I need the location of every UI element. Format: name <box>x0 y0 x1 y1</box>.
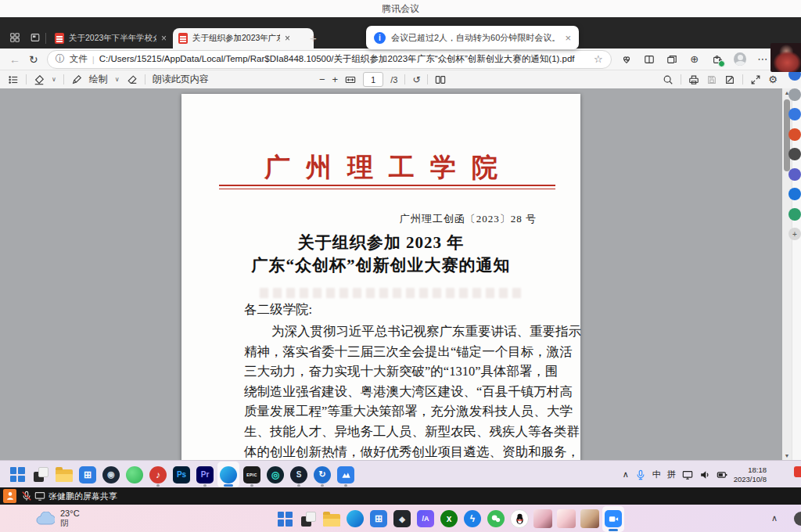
page-number-input[interactable] <box>363 72 383 87</box>
flag-app-icon[interactable] <box>788 208 801 221</box>
cloud-app-icon[interactable] <box>788 108 801 120</box>
edge-icon[interactable] <box>217 462 239 487</box>
chevron-down-icon[interactable]: ∨ <box>115 76 120 83</box>
tab-close-icon[interactable]: × <box>285 33 290 44</box>
edge-icon[interactable] <box>344 506 366 532</box>
add-icon[interactable]: + <box>788 228 801 240</box>
ms-store-icon[interactable]: ⊞ <box>77 462 99 487</box>
contacts-icon[interactable] <box>788 148 801 160</box>
ms-store-icon[interactable]: ⊞ <box>368 506 390 532</box>
start-button[interactable] <box>274 506 296 532</box>
file-explorer-icon[interactable] <box>53 462 75 487</box>
file-explorer-icon[interactable] <box>321 506 343 532</box>
notification-text: 会议已超过2人，自动转为60分钟限时会议。 <box>391 32 559 44</box>
table-of-contents-icon[interactable] <box>8 74 19 85</box>
settings-gear-icon[interactable] <box>788 168 801 181</box>
hidden-icons-chevron[interactable]: ∧ <box>771 505 778 532</box>
url-field[interactable]: ⓘ 文件 | C:/Users/15215/AppData/Local/Temp… <box>47 50 612 69</box>
draw-pen-icon[interactable] <box>71 74 82 85</box>
chevron-down-icon[interactable]: ∨ <box>52 76 56 83</box>
more-menu-icon[interactable]: ⋯ <box>756 53 769 66</box>
letterhead-rule <box>219 185 555 189</box>
game-thumbnail-2[interactable] <box>555 506 577 532</box>
steam-icon[interactable]: ◉ <box>100 462 122 487</box>
page-info-icon[interactable]: ⓘ <box>56 52 65 66</box>
cast-monitor-icon[interactable] <box>682 469 693 480</box>
game-thumbnail-3[interactable] <box>579 506 601 532</box>
save-as-icon[interactable] <box>724 74 735 85</box>
sync-app-icon[interactable]: ↻ <box>311 462 333 487</box>
wegame-icon[interactable] <box>124 462 145 487</box>
thunder-app-icon[interactable]: ϟ <box>462 506 483 532</box>
meeting-window-title: 腾讯会议 <box>382 2 419 16</box>
draw-label[interactable]: 绘制 <box>89 73 108 86</box>
add-circle-icon[interactable]: ⊕ <box>688 53 701 66</box>
notification-close-icon[interactable]: × <box>565 32 571 44</box>
microphone-icon[interactable] <box>635 469 646 480</box>
print-icon[interactable] <box>688 74 699 85</box>
document-body-line: 三大动力，奋力实现十大新突破”的“1310”具体部署，围 <box>244 361 543 382</box>
meeting-notification-toast[interactable]: i 会议已超过2人，自动转为60分钟限时会议。 × <box>366 26 579 49</box>
highlighter-icon[interactable] <box>34 74 45 85</box>
steam-alt-icon[interactable]: S <box>288 462 310 487</box>
clock[interactable]: 18:18 2023/10/8 <box>734 466 767 484</box>
tab-actions-icon[interactable] <box>30 32 41 43</box>
favorite-star-icon[interactable]: ☆ <box>594 53 603 65</box>
split-screen-icon[interactable] <box>643 53 656 66</box>
refresh-button[interactable]: ↻ <box>29 53 38 66</box>
cloud-drive-icon[interactable] <box>335 462 357 487</box>
back-button[interactable]: ← <box>9 53 20 66</box>
start-button[interactable] <box>6 462 28 487</box>
camera-app-icon[interactable] <box>788 188 801 200</box>
ime-pinyin-indicator[interactable]: 拼 <box>667 469 676 480</box>
collections-icon[interactable] <box>666 53 678 66</box>
xbox-icon[interactable]: x <box>438 506 460 532</box>
meeting-video-thumbnail[interactable] <box>770 43 801 72</box>
tab-close-icon[interactable]: × <box>161 33 167 44</box>
scroll-down-arrow[interactable]: ▼ <box>782 453 792 458</box>
ime-language-indicator[interactable]: 中 <box>652 469 661 480</box>
tencent-meeting-icon[interactable] <box>602 506 624 532</box>
save-icon[interactable] <box>706 74 717 85</box>
divider <box>681 74 681 84</box>
hidden-icons-chevron[interactable]: ∧ <box>623 469 629 480</box>
task-view-button[interactable] <box>297 506 319 532</box>
workspaces-icon[interactable] <box>9 32 20 43</box>
page-view-icon[interactable] <box>435 74 446 85</box>
task-view-button[interactable] <box>30 462 52 487</box>
fit-width-icon[interactable] <box>345 74 356 85</box>
pdf-viewer[interactable]: 广州理工学院 广州理工创函〔2023〕28 号 关于组织参加 2023 年 广东… <box>0 88 801 460</box>
battery-icon[interactable] <box>717 469 727 480</box>
browser-essentials-icon[interactable] <box>620 53 633 66</box>
photoshop-icon[interactable]: Ps <box>171 462 192 487</box>
game-thumbnail-1[interactable] <box>532 506 554 532</box>
tab-pdf-1[interactable]: 关于2023年下半年学校众创空间 × <box>49 28 181 49</box>
read-aloud-button[interactable]: 朗读此页内容 <box>153 73 209 86</box>
teal-ring-app-icon[interactable]: ◎ <box>264 462 286 487</box>
tab-pdf-2-active[interactable]: 关于组织参加2023年广东“众创杯 × <box>173 28 314 49</box>
settings-gear-icon[interactable]: ⚙ <box>768 74 778 85</box>
hexagon-app-icon[interactable]: ◆ <box>391 506 413 532</box>
wechat-icon[interactable] <box>485 506 507 532</box>
rotate-icon[interactable]: ↺ <box>412 74 420 85</box>
zoom-out-button[interactable]: − <box>319 74 325 85</box>
search-icon[interactable] <box>788 88 801 101</box>
profile-avatar[interactable] <box>734 53 746 66</box>
media-app-icon[interactable]: /A <box>415 506 436 532</box>
search-icon[interactable] <box>663 74 673 85</box>
speaker-icon[interactable] <box>699 469 710 480</box>
qq-icon[interactable] <box>508 506 530 532</box>
premiere-icon[interactable]: Pr <box>194 462 216 487</box>
eraser-icon[interactable] <box>127 74 138 85</box>
toolbox-icon[interactable] <box>788 128 801 141</box>
extensions-icon[interactable] <box>711 53 724 66</box>
weather-widget[interactable]: 23°C 阴 <box>36 505 80 532</box>
document-number: 广州理工创函〔2023〕28 号 <box>400 212 537 226</box>
fullscreen-icon[interactable] <box>750 74 761 85</box>
epic-games-icon[interactable]: EPIC <box>241 462 263 487</box>
notification-tray-icon[interactable] <box>794 466 801 477</box>
new-tab-button[interactable]: + <box>310 31 317 45</box>
screen-share-bar: 张健鹏的屏幕共享 <box>0 487 801 505</box>
zoom-in-button[interactable]: + <box>332 74 339 85</box>
netease-music-icon[interactable]: ♪ <box>147 462 169 487</box>
